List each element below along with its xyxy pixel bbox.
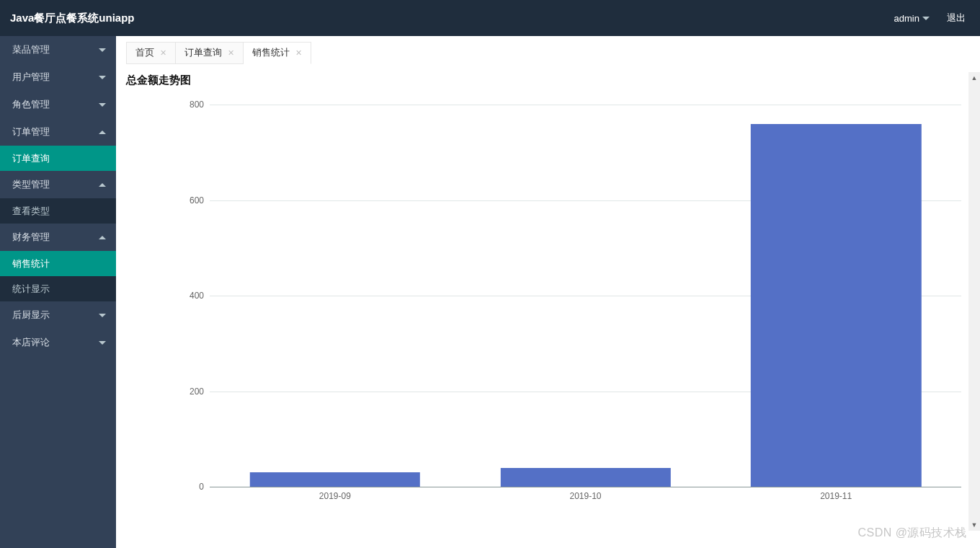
- sidebar-group[interactable]: 本店评论: [0, 329, 116, 356]
- user-name: admin: [894, 13, 919, 24]
- y-axis-label: 200: [190, 386, 204, 397]
- sidebar-item[interactable]: 订单查询: [0, 146, 116, 171]
- tab[interactable]: 首页✕: [126, 42, 176, 64]
- content: 总金额走势图 2019-092019-102019-11 02004006008…: [116, 66, 980, 548]
- scroll-down-icon[interactable]: ▼: [968, 519, 980, 531]
- tab-label: 销售统计: [252, 46, 290, 59]
- tab-label: 订单查询: [184, 46, 222, 59]
- app-title: Java餐厅点餐系统uniapp: [10, 12, 135, 25]
- sidebar-group-label: 本店评论: [12, 336, 50, 349]
- x-axis-label: 2019-10: [569, 491, 601, 501]
- close-icon[interactable]: ✕: [228, 48, 234, 58]
- chart-plot: 2019-092019-102019-11: [210, 105, 961, 487]
- page-title: 总金额走势图: [126, 74, 970, 87]
- sidebar-group[interactable]: 订单管理: [0, 118, 116, 146]
- tab[interactable]: 订单查询✕: [176, 42, 244, 64]
- chevron-down-icon: [99, 314, 106, 317]
- sidebar: 菜品管理用户管理角色管理订单管理订单查询类型管理查看类型财务管理销售统计统计显示…: [0, 36, 116, 548]
- bar-slot: 2019-10: [460, 105, 711, 487]
- y-axis-label: 0: [199, 482, 204, 492]
- sidebar-group-label: 菜品管理: [12, 43, 50, 56]
- bar-slot: 2019-11: [710, 105, 961, 487]
- chart-container: 2019-092019-102019-11 0200400600800: [126, 99, 970, 510]
- bar[interactable]: [500, 468, 670, 487]
- bar[interactable]: [250, 472, 420, 487]
- sidebar-group[interactable]: 角色管理: [0, 91, 116, 118]
- chevron-down-icon: [922, 17, 930, 20]
- user-menu[interactable]: admin: [894, 13, 930, 24]
- sidebar-group[interactable]: 用户管理: [0, 63, 116, 91]
- sidebar-group-label: 订单管理: [12, 125, 50, 138]
- close-icon[interactable]: ✕: [160, 48, 166, 58]
- sidebar-item[interactable]: 查看类型: [0, 198, 116, 224]
- sidebar-group[interactable]: 财务管理: [0, 224, 116, 251]
- sidebar-group[interactable]: 菜品管理: [0, 36, 116, 63]
- tab-bar: 首页✕订单查询✕销售统计✕: [116, 36, 980, 66]
- vertical-scrollbar[interactable]: ▲: [968, 72, 980, 519]
- y-axis-label: 800: [190, 100, 204, 110]
- sidebar-item[interactable]: 统计显示: [0, 276, 116, 301]
- y-axis-label: 400: [190, 291, 204, 301]
- chevron-up-icon: [99, 131, 106, 134]
- sidebar-group-label: 角色管理: [12, 98, 50, 111]
- sidebar-item[interactable]: 销售统计: [0, 251, 116, 276]
- chevron-up-icon: [99, 183, 106, 187]
- bar[interactable]: [751, 124, 921, 487]
- sidebar-group-label: 用户管理: [12, 71, 50, 84]
- sidebar-group-label: 后厨显示: [12, 309, 50, 322]
- sidebar-group[interactable]: 类型管理: [0, 171, 116, 198]
- x-axis-label: 2019-11: [820, 491, 852, 501]
- sidebar-group-label: 财务管理: [12, 231, 50, 244]
- grid-line: [210, 487, 961, 487]
- y-axis-label: 600: [190, 195, 204, 206]
- chevron-down-icon: [99, 103, 106, 107]
- logout-link[interactable]: 退出: [947, 12, 966, 25]
- tab-label: 首页: [135, 46, 154, 59]
- close-icon[interactable]: ✕: [295, 48, 302, 58]
- header-right: admin 退出: [894, 12, 966, 25]
- app-header: Java餐厅点餐系统uniapp admin 退出: [0, 0, 980, 36]
- chevron-down-icon: [99, 341, 106, 345]
- bar-slot: 2019-09: [210, 105, 460, 487]
- scroll-up-icon[interactable]: ▲: [968, 72, 980, 84]
- sidebar-group-label: 类型管理: [12, 178, 50, 191]
- main-area: 首页✕订单查询✕销售统计✕ 总金额走势图 2019-092019-102019-…: [116, 36, 980, 548]
- tab[interactable]: 销售统计✕: [244, 42, 311, 64]
- chevron-up-icon: [99, 236, 106, 239]
- chevron-down-icon: [99, 76, 106, 79]
- x-axis-label: 2019-09: [319, 491, 351, 501]
- sidebar-group[interactable]: 后厨显示: [0, 301, 116, 329]
- bars-container: 2019-092019-102019-11: [210, 105, 961, 487]
- chevron-down-icon: [99, 48, 106, 52]
